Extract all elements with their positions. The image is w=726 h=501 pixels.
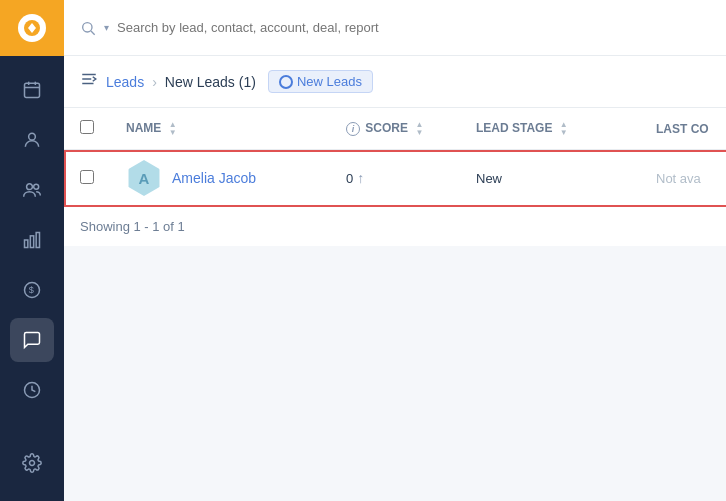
header-lead-stage[interactable]: LEAD STAGE ▲▼ [460,108,640,150]
stage-sort-icon: ▲▼ [560,121,568,137]
main-content: ▾ Leads › New Leads (1) New Leads [64,0,726,501]
stage-cell: New [460,150,640,207]
sidebar-item-contacts[interactable] [10,118,54,162]
header-score[interactable]: i SCORE ▲▼ [330,108,460,150]
lead-name-link[interactable]: Amelia Jacob [172,170,256,186]
svg-rect-2 [25,83,40,97]
breadcrumb-bar: Leads › New Leads (1) New Leads [64,56,726,108]
view-tag-label: New Leads [297,74,362,89]
last-contact-cell: Not ava [640,150,726,207]
sidebar-item-deals[interactable]: $ [10,268,54,312]
score-sort-icon: ▲▼ [415,121,423,137]
sidebar: $ [0,0,64,501]
sidebar-item-activity[interactable] [10,368,54,412]
score-info-icon: i [346,122,360,136]
header-name[interactable]: NAME ▲▼ [110,108,330,150]
sidebar-nav: $ [10,56,54,441]
name-cell: A Amelia Jacob [110,150,330,207]
topbar: ▾ [64,0,726,56]
name-sort-icon: ▲▼ [169,121,177,137]
header-last-contact[interactable]: LAST CO [640,108,726,150]
select-all-checkbox[interactable] [80,120,94,134]
sidebar-item-settings[interactable] [10,441,54,485]
svg-line-17 [91,31,95,35]
row-checkbox[interactable] [80,170,94,184]
pagination-bar: Showing 1 - 1 of 1 [64,207,726,246]
table-row: A Amelia Jacob 0 ↑ New [64,150,726,207]
breadcrumb-leads[interactable]: Leads [106,74,144,90]
svg-point-16 [83,22,92,31]
pagination-text: Showing 1 - 1 of 1 [80,219,185,234]
sidebar-logo[interactable] [0,0,64,56]
search-icon [80,20,96,36]
svg-point-15 [30,461,35,466]
logo-inner [18,14,46,42]
svg-point-6 [29,133,36,140]
breadcrumb-current: New Leads (1) [165,74,256,90]
header-checkbox-cell [64,108,110,150]
list-view-icon[interactable] [80,70,98,93]
name-cell-inner: A Amelia Jacob [126,160,314,196]
search-dropdown-icon[interactable]: ▾ [104,22,109,33]
score-cell: 0 ↑ [330,150,460,207]
table-area: NAME ▲▼ i SCORE ▲▼ [64,108,726,501]
svg-point-7 [27,184,33,190]
table-container: NAME ▲▼ i SCORE ▲▼ [64,108,726,207]
svg-point-8 [34,184,39,189]
row-checkbox-cell [64,150,110,207]
svg-text:$: $ [29,285,34,295]
sidebar-item-accounts[interactable] [10,168,54,212]
sidebar-item-chat[interactable] [10,318,54,362]
table-header-row: NAME ▲▼ i SCORE ▲▼ [64,108,726,150]
score-value: 0 ↑ [346,170,444,186]
sidebar-bottom [10,441,54,501]
avatar: A [126,160,162,196]
breadcrumb-separator: › [152,74,157,90]
svg-rect-11 [36,233,39,248]
view-tag-dot-icon [279,75,293,89]
score-up-arrow-icon: ↑ [357,170,364,186]
svg-rect-9 [25,240,28,248]
sidebar-item-reports[interactable] [10,218,54,262]
search-input[interactable] [117,20,710,35]
view-tag[interactable]: New Leads [268,70,373,93]
leads-table: NAME ▲▼ i SCORE ▲▼ [64,108,726,207]
svg-rect-10 [30,236,33,248]
sidebar-item-calendar[interactable] [10,68,54,112]
